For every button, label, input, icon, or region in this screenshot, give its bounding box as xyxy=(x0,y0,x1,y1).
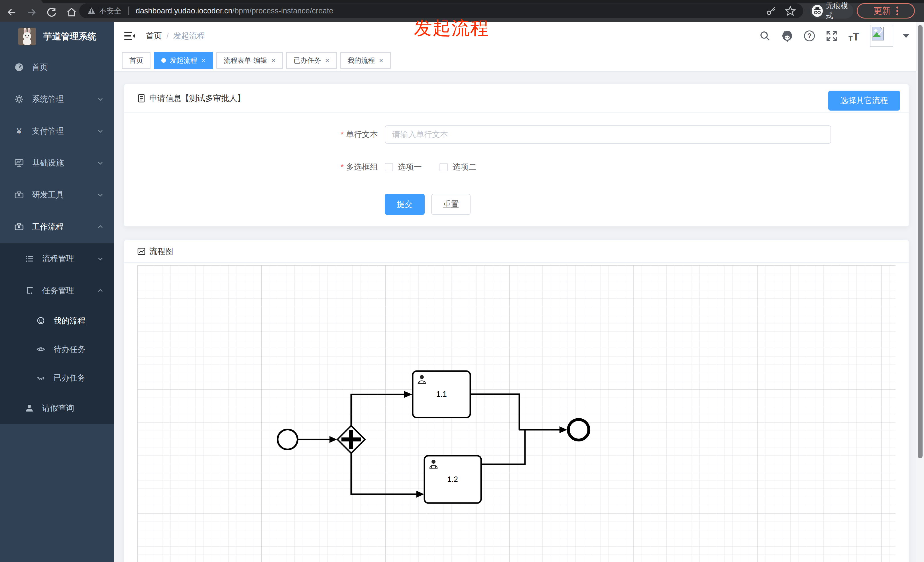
password-key-icon[interactable] xyxy=(766,6,776,16)
submit-button[interactable]: 提交 xyxy=(385,194,424,215)
bookmark-star-icon[interactable] xyxy=(785,5,796,16)
update-label[interactable]: 更新 xyxy=(873,5,891,17)
apply-info-header: 申请信息【测试多审批人】 xyxy=(124,84,909,112)
face-icon xyxy=(35,315,46,326)
page-content: 申请信息【测试多审批人】 选择其它流程 *单行文本 *多选框组 选项一 选项二 … xyxy=(114,71,924,562)
start-event[interactable] xyxy=(278,430,297,450)
font-size-icon[interactable]: TT xyxy=(848,30,860,42)
sidebar-item-payment[interactable]: ¥ 支付管理 xyxy=(0,115,114,147)
reload-icon[interactable] xyxy=(45,6,58,19)
user-icon xyxy=(24,403,35,414)
not-secure-icon xyxy=(87,6,96,15)
sidebar-collapse-icon[interactable] xyxy=(123,30,136,42)
option-one-checkbox[interactable] xyxy=(385,163,393,171)
browser-active-tab[interactable] xyxy=(0,0,43,3)
sidebar-item-label: 任务管理 xyxy=(42,285,74,296)
sidebar-item-done-tasks[interactable]: 已办任务 xyxy=(0,364,114,392)
tab-form-edit[interactable]: 流程表单-编辑 × xyxy=(216,52,283,69)
card-title: 流程图 xyxy=(149,246,173,257)
diagram-header: 流程图 xyxy=(124,240,909,263)
close-icon[interactable]: × xyxy=(325,57,329,64)
single-line-text-input[interactable] xyxy=(385,125,831,144)
browser-menu-icon[interactable] xyxy=(896,6,898,15)
sidebar-item-task-mgmt[interactable]: 任务管理 xyxy=(0,275,114,307)
workflow-submenu: 流程管理 任务管理 我的流程 待办任务 xyxy=(0,243,114,424)
sidebar-item-system[interactable]: 系统管理 xyxy=(0,83,114,115)
logo-image xyxy=(18,28,36,45)
sidebar-item-devtools[interactable]: 研发工具 xyxy=(0,179,114,211)
option-two-checkbox[interactable] xyxy=(440,163,448,171)
tab-start-process[interactable]: 发起流程 × xyxy=(154,52,213,69)
bpmn-canvas[interactable]: 1.1 1.2 xyxy=(137,265,896,562)
user-task-1-1[interactable]: 1.1 xyxy=(413,371,470,418)
avatar[interactable] xyxy=(870,25,893,47)
choose-other-process-button[interactable]: 选择其它流程 xyxy=(828,91,900,111)
page-header: 首页 / 发起流程 ? TT xyxy=(114,22,924,50)
back-icon[interactable] xyxy=(5,6,18,19)
sidebar-item-label: 支付管理 xyxy=(32,126,64,136)
incognito-label: 无痕模式 xyxy=(826,1,854,21)
chevron-up-icon xyxy=(96,287,104,295)
browser-tabstrip xyxy=(0,0,924,3)
sidebar-item-label: 流程管理 xyxy=(42,253,74,264)
close-icon[interactable]: × xyxy=(201,57,206,64)
task-label: 1.2 xyxy=(447,475,458,484)
breadcrumb-current: 发起流程 xyxy=(173,30,205,41)
sidebar-item-todo-tasks[interactable]: 待办任务 xyxy=(0,335,114,364)
toolbox-icon xyxy=(14,222,24,232)
toolbox-icon xyxy=(14,189,24,200)
tab-label: 首页 xyxy=(129,56,143,65)
sidebar-item-home[interactable]: 首页 xyxy=(0,51,114,83)
url-host: dashboard.yudao.iocoder.cn xyxy=(136,6,232,15)
home-icon[interactable] xyxy=(65,6,78,19)
github-icon[interactable] xyxy=(781,30,794,42)
sidebar-item-label: 基础设施 xyxy=(32,157,64,168)
breadcrumb: 首页 / 发起流程 xyxy=(146,22,205,50)
close-icon[interactable]: × xyxy=(379,57,383,64)
sidebar-item-my-process[interactable]: 我的流程 xyxy=(0,307,114,335)
monitor-icon xyxy=(14,157,24,168)
yen-icon: ¥ xyxy=(14,126,24,136)
main-area: 首页 / 发起流程 ? TT xyxy=(114,22,924,562)
chevron-down-icon xyxy=(96,255,104,263)
search-icon[interactable] xyxy=(759,30,771,42)
user-task-1-2[interactable]: 1.2 xyxy=(424,456,481,503)
url-bar[interactable]: 不安全 dashboard.yudao.iocoder.cn/bpm/proce… xyxy=(79,3,803,18)
tab-done-tasks[interactable]: 已办任务 × xyxy=(286,52,337,69)
tab-label: 发起流程 xyxy=(170,56,197,65)
option-two-label[interactable]: 选项二 xyxy=(453,159,477,175)
reset-button[interactable]: 重置 xyxy=(431,194,471,215)
page-scrollbar[interactable] xyxy=(916,22,924,562)
omnibox-divider xyxy=(128,6,129,15)
tab-home[interactable]: 首页 xyxy=(122,52,150,69)
sidebar-item-label: 请假查询 xyxy=(42,403,74,414)
sidebar-item-process-mgmt[interactable]: 流程管理 xyxy=(0,243,114,275)
sidebar-item-leave-query[interactable]: 请假查询 xyxy=(0,392,114,424)
question-glyph: ? xyxy=(807,32,812,40)
browser-update-button[interactable]: 更新 xyxy=(857,3,915,18)
sidebar-item-workflow[interactable]: 工作流程 xyxy=(0,211,114,243)
tab-label: 流程表单-编辑 xyxy=(224,56,267,65)
tab-label: 我的流程 xyxy=(348,56,375,65)
app-title: 芋道管理系统 xyxy=(44,30,96,42)
eye-icon xyxy=(35,344,46,355)
sidebar-item-infrastructure[interactable]: 基础设施 xyxy=(0,147,114,179)
incognito-badge: 无痕模式 xyxy=(810,3,854,18)
not-secure-label: 不安全 xyxy=(99,6,122,16)
option-one-label[interactable]: 选项一 xyxy=(398,159,422,175)
tab-my-process[interactable]: 我的流程 × xyxy=(340,52,391,69)
forward-icon[interactable] xyxy=(25,6,38,19)
help-icon[interactable]: ? xyxy=(803,30,816,42)
sidebar-item-label: 待办任务 xyxy=(54,344,86,355)
sidebar-item-label: 我的流程 xyxy=(54,315,86,326)
document-icon xyxy=(137,94,146,103)
end-event[interactable] xyxy=(568,420,589,440)
logo-row[interactable]: 芋道管理系统 xyxy=(0,22,114,51)
parallel-gateway[interactable] xyxy=(338,426,365,453)
breadcrumb-home[interactable]: 首页 xyxy=(146,30,162,41)
fullscreen-icon[interactable] xyxy=(825,30,838,42)
chevron-up-icon xyxy=(96,223,104,231)
close-icon[interactable]: × xyxy=(271,57,275,64)
avatar-dropdown-icon[interactable] xyxy=(903,34,909,38)
scrollbar-thumb[interactable] xyxy=(918,25,922,458)
